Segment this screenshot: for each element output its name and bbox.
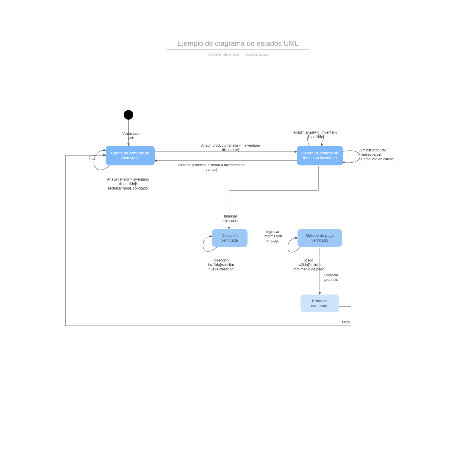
diagram-title: Ejemplo de diagrama de estados UML [167,39,309,49]
label-done: Listo [342,320,360,325]
diagram-subtitle: System Templates | April 2, 2025 [167,52,309,57]
label-enter-address: Ingresar dirección [217,214,244,223]
label-add-product: Añadir producto [añadir <= inventario di… [190,143,271,152]
date-label: April 2, 2025 [246,52,268,57]
author-label: System Templates [208,52,240,57]
label-remove-product-all: Eliminar producto [eliminar = inventario… [167,163,256,172]
state-payment-verified: Método de pago verificado [298,229,342,247]
label-enter-payment: Ingresar información de pago [256,230,289,243]
label-visit-site: Visitar sitio web [119,131,143,140]
label-add-self-empty: Añadir [añadir > inventario disponible]/… [98,177,158,191]
state-cart-with-inventory: Carrito de compra en línea con inventari… [297,146,343,165]
state-empty-cart: Carrito de compras en línea vacío [106,146,155,165]
label-add-self-inventory: Añadir [añadir <= inventario disponible] [286,130,345,139]
label-address-invalid: [dirección inválida]/solicitar nueva dir… [199,258,243,272]
label-remove-self-inventory: Eliminar producto [eliminar>cant. de pro… [358,148,409,162]
label-payment-invalid: [pago inválido]/solicitar otro medio de … [285,258,333,272]
state-address-verified: Dirección verificada [212,229,248,247]
separator: | [241,52,245,57]
title-underline [167,49,309,50]
initial-state-dot [124,110,133,120]
diagram-canvas: Ejemplo de diagrama de estados UML Syste… [0,0,476,476]
title-block: Ejemplo de diagrama de estados UML Syste… [167,39,309,57]
label-buy-product: Comprar producto [324,273,351,282]
state-product-purchased: Producto comprado [300,295,339,312]
